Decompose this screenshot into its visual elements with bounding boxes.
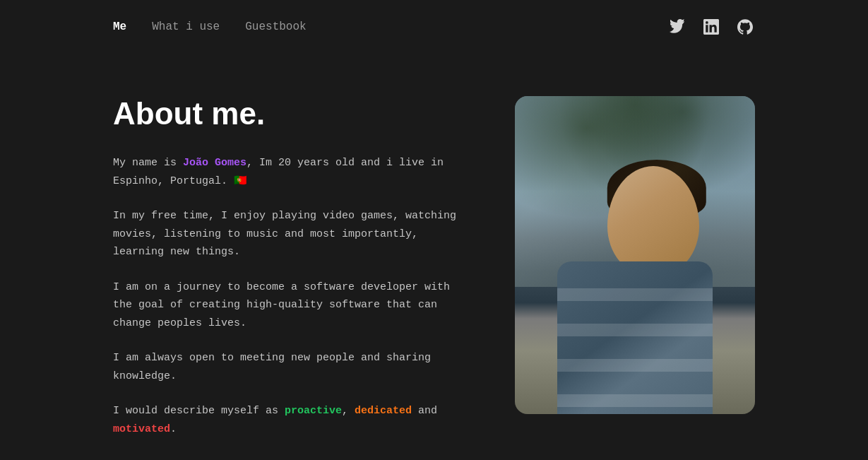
bio-p5-mid2: and [412,405,437,417]
bio-paragraph-5: I would describe myself as proactive, de… [113,402,472,438]
nav-link-guestbook[interactable]: Guestbook [245,20,306,33]
twitter-icon [670,19,685,35]
nav-links: Me What i use Guestbook [113,20,307,33]
bio-content: About me. My name is João Gomes, Im 20 y… [113,96,472,455]
page-heading: About me. [113,96,472,131]
linkedin-icon [703,19,719,35]
bio-paragraph-3: I am on a journey to become a software d… [113,278,472,333]
bio-paragraph-1: My name is João Gomes, Im 20 years old a… [113,154,472,190]
bio-p1-prefix: My name is [113,157,183,169]
shirt-stripe-1 [557,288,713,301]
bio-p5-suffix: . [170,423,177,435]
navigation: Me What i use Guestbook [0,0,868,54]
person-body [557,261,713,414]
main-content: About me. My name is João Gomes, Im 20 y… [0,54,868,460]
bio-p5-mid1: , [342,405,355,417]
bio-paragraph-2: In my free time, I enjoy playing video g… [113,207,472,261]
github-link[interactable] [735,17,755,37]
bio-p5-prefix: I would describe myself as [113,405,285,417]
nav-link-me[interactable]: Me [113,20,126,33]
bio-paragraph-4: I am always open to meeting new people a… [113,349,472,385]
twitter-link[interactable] [667,17,687,37]
bio-keyword-motivated: motivated [113,423,170,435]
bio-keyword-dedicated: dedicated [355,405,412,417]
linkedin-link[interactable] [701,17,721,37]
shirt-stripe-3 [557,359,713,372]
shirt-stripe-2 [557,324,713,336]
shirt-stripe-4 [557,394,713,407]
github-icon [737,19,753,35]
nav-link-what-i-use[interactable]: What i use [152,20,220,33]
bio-keyword-proactive: proactive [285,405,342,417]
bio-name: João Gomes [183,157,246,169]
person-silhouette [515,96,755,414]
social-links [667,17,755,37]
profile-photo [515,96,755,414]
